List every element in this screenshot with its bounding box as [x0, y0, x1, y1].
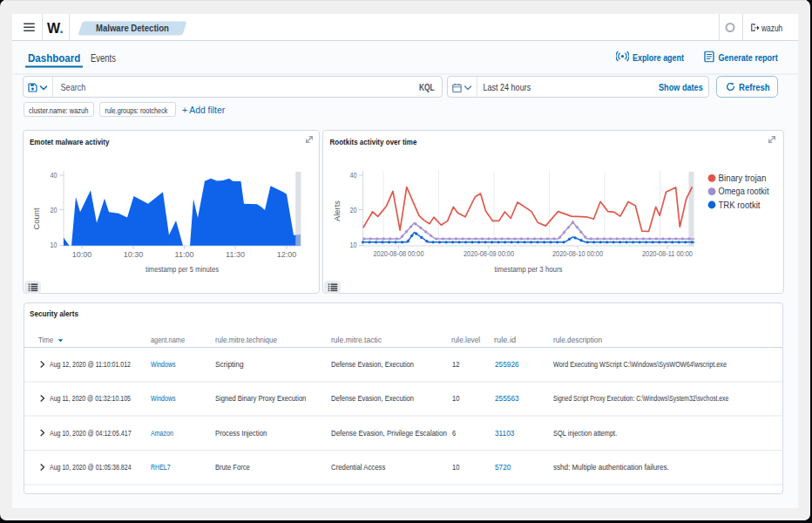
svg-text:2020-08-10 00:00: 2020-08-10 00:00: [552, 249, 603, 258]
svg-text:40: 40: [51, 171, 58, 180]
svg-text:12:00: 12:00: [277, 250, 297, 259]
svg-text:timestamp per 3 hours: timestamp per 3 hours: [495, 264, 563, 274]
svg-text:10:30: 10:30: [124, 250, 144, 259]
svg-text:Binary trojan: Binary trojan: [719, 173, 767, 183]
svg-text:Count: Count: [31, 207, 41, 229]
svg-text:2020-08-11 00:00: 2020-08-11 00:00: [642, 249, 693, 258]
svg-text:2020-08-08 00:00: 2020-08-08 00:00: [374, 249, 424, 258]
svg-text:10: 10: [350, 241, 357, 249]
svg-text:Omega rootkit: Omega rootkit: [719, 187, 769, 196]
svg-text:2020-08-09 00:00: 2020-08-09 00:00: [464, 249, 514, 258]
svg-text:20: 20: [350, 206, 357, 214]
svg-text:TRK rootkit: TRK rootkit: [719, 200, 761, 210]
svg-text:11:30: 11:30: [226, 250, 245, 259]
svg-text:10: 10: [51, 241, 58, 249]
svg-text:40: 40: [350, 171, 357, 180]
svg-text:11:00: 11:00: [175, 250, 194, 259]
svg-text:20: 20: [51, 206, 58, 214]
svg-text:Alerts: Alerts: [332, 200, 342, 221]
svg-text:timestamp per 5 minutes: timestamp per 5 minutes: [145, 264, 219, 274]
svg-text:10:00: 10:00: [72, 250, 92, 259]
